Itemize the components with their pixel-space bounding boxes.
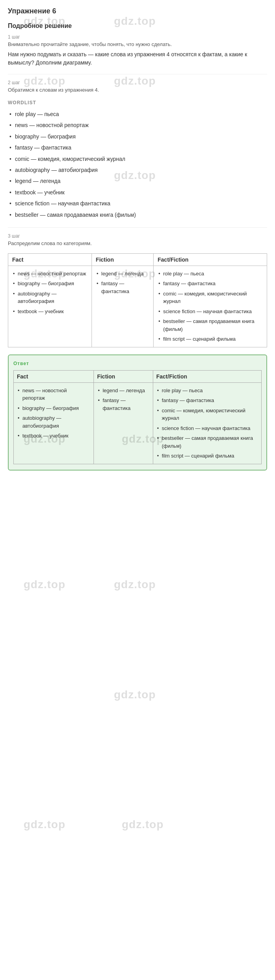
table-cell-fiction: legend — легенда fantasy — фантастика (92, 266, 153, 347)
list-item: autobiography — автобиография (12, 289, 88, 306)
list-item: biography — биография (8, 131, 267, 142)
wordlist-title: WORDLIST (8, 100, 267, 105)
fact-list: news — новостной репортаж biography — би… (12, 269, 88, 317)
step2-desc: Обратимся к словам из упражнения 4. (8, 87, 267, 93)
list-item: role play — пьеса (158, 269, 263, 279)
wordlist: role play — пьеса news — новостной репор… (8, 109, 267, 220)
list-item: bestseller — самая продаваемая книга (фи… (158, 316, 263, 334)
answer-header-fact: Fact (14, 370, 94, 382)
table-header-fact-fiction: Fact/Fiction (154, 253, 267, 266)
step2-label: 2 шаг (8, 80, 267, 85)
divider-2 (8, 227, 267, 228)
step1-block: 1 шаг Внимательно прочитайте задание, чт… (8, 34, 267, 67)
step1-desc: Внимательно прочитайте задание, чтобы по… (8, 41, 267, 47)
answer-fiction-list: legend — легенда fantasy — фантастика (97, 386, 150, 413)
list-item: legend — легенда (96, 269, 149, 279)
list-item: role play — пьеса (8, 109, 267, 120)
table-cell-fact: news — новостной репортаж biography — би… (8, 266, 92, 347)
answer-fact-fiction-list: role play — пьеса fantasy — фантастика c… (156, 386, 258, 461)
step3-label: 3 шаг (8, 233, 267, 239)
list-item: autobiography — автобиография (8, 164, 267, 175)
exercise-title: Упражнение 6 (8, 7, 267, 15)
table-cell-fact-fiction: role play — пьеса fantasy — фантастика c… (154, 266, 267, 347)
list-item: textbook — учебник (17, 431, 90, 441)
list-item: bestseller — самая продаваемая книга (фи… (156, 433, 258, 451)
fiction-list: legend — легенда fantasy — фантастика (96, 269, 149, 297)
fact-fiction-list: role play — пьеса fantasy — фантастика c… (158, 269, 263, 344)
list-item: fantasy — фантастика (156, 395, 258, 406)
list-item: bestseller — самая продаваемая книга (фи… (8, 209, 267, 220)
list-item: comic — комедия, юмористический журнал (156, 406, 258, 423)
watermark-14: gdz.top (122, 818, 164, 831)
list-item: biography — биография (12, 279, 88, 289)
table-header-fact: Fact (8, 253, 92, 266)
list-item: biography — биография (17, 403, 90, 413)
watermark-10: gdz.top (24, 578, 66, 591)
list-item: role play — пьеса (156, 386, 258, 396)
answer-cell-fact: news — новостной репортаж biography — би… (14, 382, 94, 464)
list-item: comic — комедия, юмористический журнал (158, 289, 263, 306)
list-item: legend — легенда (97, 386, 150, 396)
list-item: science fiction — научная фантастика (8, 198, 267, 209)
list-item: film script — сценарий фильма (158, 334, 263, 344)
list-item: news — новостной репортаж (8, 120, 267, 131)
list-item: comic — комедия, юмористический журнал (8, 153, 267, 164)
answer-label: Ответ (13, 361, 262, 366)
list-item: textbook — учебник (12, 306, 88, 317)
list-item: autobiography — автобиография (17, 413, 90, 431)
step3-desc: Распределим слова по категориям. (8, 240, 267, 246)
answer-header-fact-fiction: Fact/Fiction (153, 370, 261, 382)
table-row: news — новостной репортаж biography — би… (8, 266, 267, 347)
step1-main: Нам нужно подумать и сказать — какие сло… (8, 50, 267, 67)
list-item: fantasy — фантастика (158, 279, 263, 289)
table-header-fiction: Fiction (92, 253, 153, 266)
divider-1 (8, 74, 267, 74)
list-item: film script — сценарий фильма (156, 451, 258, 461)
list-item: textbook — учебник (8, 187, 267, 198)
page-container: gdz.top gdz.top gdz.top gdz.top gdz.top … (0, 0, 275, 478)
section-title: Подробное решение (8, 22, 267, 30)
list-item: legend — легенда (8, 175, 267, 186)
answer-table-row: news — новостной репортаж biography — би… (14, 382, 262, 464)
answer-cell-fiction: legend — легенда fantasy — фантастика (94, 382, 153, 464)
watermark-13: gdz.top (24, 818, 66, 831)
list-item: fantasy — фантастика (8, 142, 267, 153)
watermark-12: gdz.top (114, 688, 156, 701)
list-item: science fiction — научная фантастика (158, 306, 263, 317)
main-table: Fact Fiction Fact/Fiction news — новостн… (8, 253, 267, 347)
step1-label: 1 шаг (8, 34, 267, 40)
list-item: news — новостной репортаж (12, 269, 88, 279)
answer-table: Fact Fiction Fact/Fiction news — новостн… (13, 370, 262, 464)
answer-header-fiction: Fiction (94, 370, 153, 382)
answer-section: Ответ Fact Fiction Fact/Fiction news — н… (8, 354, 267, 471)
answer-cell-fact-fiction: role play — пьеса fantasy — фантастика c… (153, 382, 261, 464)
step2-block: 2 шаг Обратимся к словам из упражнения 4… (8, 80, 267, 93)
list-item: news — новостной репортаж (17, 386, 90, 403)
list-item: science fiction — научная фантастика (156, 423, 258, 434)
list-item: fantasy — фантастика (96, 279, 149, 296)
list-item: fantasy — фантастика (97, 395, 150, 413)
answer-fact-list: news — новостной репортаж biography — би… (17, 386, 90, 441)
step3-block: 3 шаг Распределим слова по категориям. (8, 233, 267, 246)
watermark-11: gdz.top (114, 578, 156, 591)
